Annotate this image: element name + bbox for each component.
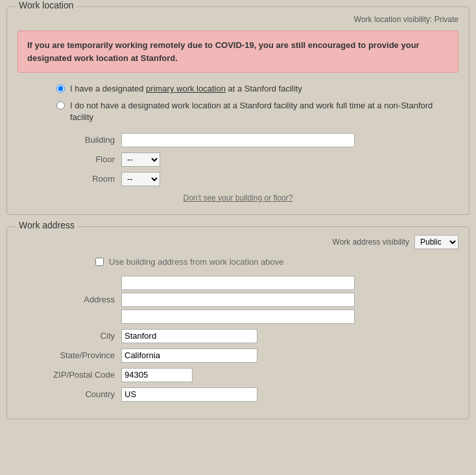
zip-label: ZIP/Postal Code — [18, 370, 121, 380]
radio-designated[interactable] — [56, 84, 65, 93]
building-input[interactable] — [121, 133, 355, 147]
room-label: Room — [18, 174, 121, 184]
floor-row: Floor -- — [18, 152, 458, 167]
work-address-title: Work address — [16, 220, 77, 230]
work-location-visibility: Work location visibility: Private — [18, 15, 458, 24]
work-location-section: Work location Work location visibility: … — [6, 6, 470, 215]
covid-banner: If you are temporarily working remotely … — [18, 30, 458, 73]
building-row: Building — [18, 133, 458, 147]
address-row: Address — [18, 276, 458, 324]
address-label: Address — [18, 295, 121, 304]
address-input-1[interactable] — [121, 276, 355, 290]
room-row: Room -- — [18, 172, 458, 186]
visibility-select[interactable]: Public Private — [414, 235, 458, 249]
address-input-2[interactable] — [121, 293, 355, 307]
radio-option-1[interactable]: I have a designated primary work locatio… — [56, 83, 458, 95]
state-input[interactable] — [121, 348, 257, 363]
state-label: State/Province — [18, 350, 121, 360]
city-row: City — [18, 329, 458, 343]
radio-no-designated[interactable] — [56, 101, 65, 110]
country-input[interactable] — [121, 387, 257, 402]
use-building-label: Use building address from work location … — [109, 257, 284, 267]
radio-option1-label: I have a designated primary work locatio… — [70, 83, 302, 95]
room-select[interactable]: -- — [121, 172, 160, 186]
country-row: Country — [18, 387, 458, 402]
work-address-visibility-label: Work address visibility — [333, 238, 409, 247]
floor-select[interactable]: -- — [121, 152, 160, 167]
floor-label: Floor — [18, 154, 121, 164]
visibility-row: Work address visibility Public Private — [18, 235, 458, 249]
building-label: Building — [18, 135, 121, 145]
radio-option2-label: I do not have a designated work location… — [70, 100, 458, 123]
address-inputs — [121, 276, 355, 324]
radio-option-2[interactable]: I do not have a designated work location… — [56, 100, 458, 123]
use-building-address-row[interactable]: Use building address from work location … — [18, 257, 458, 267]
dont-see-container: Don't see your building or floor? — [18, 193, 458, 202]
work-location-title: Work location — [16, 0, 77, 10]
city-label: City — [18, 331, 121, 341]
radio-group: I have a designated primary work locatio… — [18, 83, 458, 124]
use-building-checkbox[interactable] — [95, 258, 104, 266]
address-input-3[interactable] — [121, 310, 355, 324]
zip-row: ZIP/Postal Code — [18, 368, 458, 382]
zip-input[interactable] — [121, 368, 193, 382]
work-address-section: Work address Work address visibility Pub… — [6, 226, 470, 419]
dont-see-link[interactable]: Don't see your building or floor? — [183, 193, 292, 202]
city-input[interactable] — [121, 329, 257, 343]
country-label: Country — [18, 389, 121, 399]
state-row: State/Province — [18, 348, 458, 363]
